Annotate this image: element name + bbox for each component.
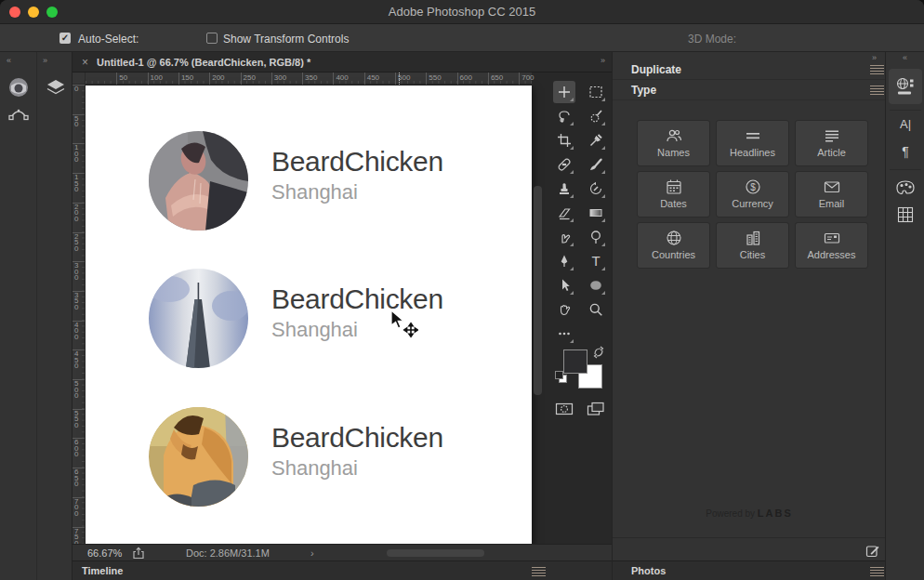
vertical-scrollbar[interactable] <box>534 186 542 395</box>
show-transform-checkbox[interactable] <box>206 33 218 44</box>
countries-button[interactable]: Countries <box>637 222 710 269</box>
duplicate-panel-header[interactable]: Duplicate <box>613 59 886 80</box>
button-label: Email <box>796 198 867 209</box>
h-ruler-label: 50 <box>116 72 127 85</box>
dates-button[interactable]: Dates <box>637 171 710 218</box>
paragraph-panel-icon[interactable]: ¶ <box>886 144 924 159</box>
headlines-button[interactable]: Headlines <box>716 120 789 166</box>
expand-dock-icon[interactable]: » <box>43 56 46 65</box>
v-ruler-label: 650 <box>73 468 85 488</box>
v-ruler-label: 450 <box>73 349 85 370</box>
eraser-tool[interactable] <box>553 202 575 224</box>
path-selection-tool[interactable] <box>553 274 575 297</box>
gradient-tool[interactable] <box>585 202 607 224</box>
email-button[interactable]: Email <box>795 171 868 218</box>
card-city: Shanghai <box>271 178 358 206</box>
v-ruler-label: 100 <box>73 143 85 164</box>
layers-panel-icon[interactable] <box>45 76 67 99</box>
canvas[interactable]: BeardChicken Shanghai <box>86 86 532 544</box>
panel-menu-icon[interactable] <box>870 86 884 95</box>
v-ruler-label: 250 <box>73 232 85 253</box>
clone-stamp-tool[interactable] <box>553 178 575 200</box>
card-name: BeardChicken <box>271 423 443 453</box>
v-ruler-label: 500 <box>73 379 85 400</box>
rectangular-marquee-tool[interactable] <box>585 81 607 103</box>
right-icon-dock: « A| ¶ <box>885 52 924 580</box>
more-tools-button[interactable] <box>553 323 575 345</box>
close-tab-icon[interactable]: × <box>82 56 88 69</box>
panel-menu-icon[interactable] <box>870 567 884 576</box>
edit-icon[interactable] <box>865 544 879 561</box>
button-label: Cities <box>717 249 788 260</box>
avatar-person-shower <box>149 131 248 231</box>
ellipse-shape-tool[interactable] <box>585 274 607 297</box>
zoom-level-field[interactable]: 66.67% <box>87 547 122 559</box>
default-colors-icon[interactable] <box>555 370 567 382</box>
smudge-tool[interactable] <box>553 226 575 248</box>
history-brush-tool[interactable] <box>585 178 607 200</box>
v-ruler-label: 150 <box>73 173 85 193</box>
swap-colors-icon[interactable] <box>592 346 605 362</box>
quick-selection-tool[interactable] <box>585 105 607 127</box>
brush-tool[interactable] <box>585 153 607 176</box>
cities-button[interactable]: Cities <box>716 222 789 269</box>
screen-mode-button[interactable] <box>585 398 607 420</box>
lasso-tool[interactable] <box>553 105 575 127</box>
button-label: Headlines <box>717 147 788 158</box>
tools-palette: T <box>551 74 611 446</box>
powered-by-text: Powered by LABS <box>613 508 886 519</box>
auto-select-label: Auto-Select: <box>78 33 139 46</box>
crop-tool[interactable] <box>553 129 575 152</box>
button-label: Names <box>638 147 709 158</box>
color-panel-icon[interactable] <box>886 179 924 200</box>
status-flyout-icon[interactable]: › <box>310 547 314 559</box>
vector-path-panel-icon[interactable] <box>8 104 31 126</box>
hand-tool[interactable] <box>553 298 575 321</box>
photos-panel-toolbar <box>613 537 886 560</box>
document-tab[interactable]: Untitled-1 @ 66.7% (BeardChicken, RGB/8)… <box>97 57 310 68</box>
currency-button[interactable]: $ Currency <box>716 171 789 218</box>
move-tool[interactable] <box>553 81 575 103</box>
swatches-panel-icon[interactable] <box>886 206 924 227</box>
button-label: Countries <box>638 249 709 260</box>
v-ruler-label: 400 <box>73 321 85 341</box>
h-ruler[interactable]: 5010015020025030035040045050055060065070… <box>86 72 532 85</box>
timeline-panel-header[interactable]: Timeline <box>73 560 612 580</box>
names-button[interactable]: Names <box>637 120 710 166</box>
move-tool-cursor <box>390 310 418 338</box>
zoom-tool[interactable] <box>585 298 607 321</box>
card-city: Shanghai <box>271 316 358 344</box>
h-ruler-label: 450 <box>364 72 379 85</box>
h-ruler-label: 300 <box>271 72 286 85</box>
eyedropper-tool[interactable] <box>585 129 607 152</box>
card-name: BeardChicken <box>271 147 443 177</box>
article-button[interactable]: Article <box>795 120 868 166</box>
type-tool[interactable]: T <box>585 250 607 272</box>
document-tab-bar: × Untitled-1 @ 66.7% (BeardChicken, RGB/… <box>73 52 612 72</box>
photos-panel-header[interactable]: Photos <box>613 560 886 580</box>
dock-divider <box>890 169 921 170</box>
pen-tool[interactable] <box>553 250 575 272</box>
type-panel-header[interactable]: Type <box>613 80 886 100</box>
v-ruler[interactable]: 0501001502002503003504004505005506006507… <box>73 85 86 544</box>
panel-menu-icon[interactable] <box>532 567 546 576</box>
panel-menu-icon[interactable] <box>870 65 884 74</box>
auto-select-checkbox[interactable]: ✓ <box>59 33 71 44</box>
h-ruler-label: 150 <box>178 72 193 85</box>
v-ruler-label: 600 <box>73 438 85 458</box>
dodge-tool[interactable] <box>585 226 607 248</box>
photo-sphere-panel-icon[interactable] <box>7 76 30 99</box>
collapse-dock-icon[interactable]: « <box>7 56 10 65</box>
spot-healing-brush-tool[interactable] <box>553 153 575 176</box>
craft-panel-icon[interactable] <box>889 69 922 104</box>
collapse-dock-icon[interactable]: « <box>903 53 906 62</box>
h-ruler-label: 700 <box>519 72 534 85</box>
status-bar: 66.67% Doc: 2.86M/31.1M › <box>73 544 612 560</box>
horizontal-scrollbar[interactable] <box>387 549 484 557</box>
quick-mask-button[interactable] <box>553 398 575 420</box>
tab-overflow-icon[interactable]: » <box>601 56 604 65</box>
addresses-button[interactable]: Addresses <box>795 222 868 269</box>
h-ruler-label: 400 <box>333 72 348 85</box>
character-panel-icon[interactable]: A| <box>886 117 924 131</box>
show-transform-label: Show Transform Controls <box>223 33 349 46</box>
